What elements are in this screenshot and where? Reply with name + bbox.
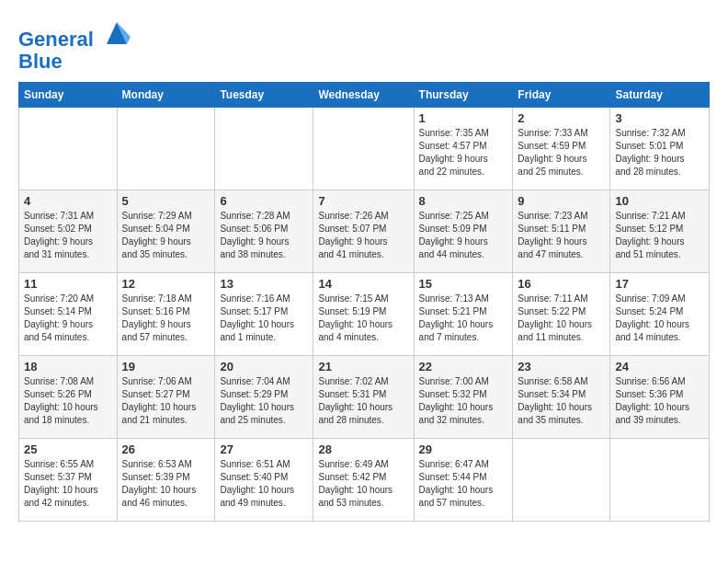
day-info: Sunrise: 6:49 AM Sunset: 5:42 PM Dayligh… [318, 458, 408, 510]
day-info: Sunrise: 6:53 AM Sunset: 5:39 PM Dayligh… [122, 458, 210, 510]
weekday-header-sunday: Sunday [19, 83, 118, 108]
calendar-week-5: 25Sunrise: 6:55 AM Sunset: 5:37 PM Dayli… [19, 439, 710, 522]
calendar-cell: 5Sunrise: 7:29 AM Sunset: 5:04 PM Daylig… [117, 190, 215, 273]
day-info: Sunrise: 7:04 AM Sunset: 5:29 PM Dayligh… [220, 375, 308, 427]
calendar-cell: 20Sunrise: 7:04 AM Sunset: 5:29 PM Dayli… [215, 356, 313, 439]
day-number: 16 [518, 277, 605, 291]
day-info: Sunrise: 7:08 AM Sunset: 5:26 PM Dayligh… [24, 375, 112, 427]
weekday-header-thursday: Thursday [414, 83, 513, 108]
day-info: Sunrise: 7:16 AM Sunset: 5:17 PM Dayligh… [220, 293, 308, 344]
day-number: 20 [220, 360, 308, 373]
day-number: 18 [24, 360, 112, 373]
day-info: Sunrise: 6:55 AM Sunset: 5:37 PM Dayligh… [24, 458, 112, 510]
day-number: 7 [318, 194, 408, 208]
calendar-cell: 28Sunrise: 6:49 AM Sunset: 5:42 PM Dayli… [313, 439, 414, 522]
day-number: 29 [419, 442, 508, 456]
logo: General Blue [18, 18, 131, 73]
day-info: Sunrise: 7:35 AM Sunset: 4:57 PM Dayligh… [419, 127, 508, 178]
calendar-cell [513, 439, 610, 522]
day-number: 14 [318, 277, 408, 291]
day-info: Sunrise: 7:33 AM Sunset: 4:59 PM Dayligh… [518, 127, 605, 178]
day-info: Sunrise: 7:06 AM Sunset: 5:27 PM Dayligh… [122, 375, 210, 427]
day-number: 2 [518, 111, 605, 125]
calendar-cell: 14Sunrise: 7:15 AM Sunset: 5:19 PM Dayli… [313, 273, 414, 356]
day-number: 10 [615, 194, 704, 208]
day-number: 19 [122, 360, 210, 373]
calendar-cell: 24Sunrise: 6:56 AM Sunset: 5:36 PM Dayli… [610, 356, 710, 439]
day-number: 23 [518, 360, 605, 373]
weekday-header-tuesday: Tuesday [215, 83, 313, 108]
calendar-cell [117, 108, 215, 190]
day-info: Sunrise: 6:47 AM Sunset: 5:44 PM Dayligh… [419, 458, 508, 510]
page-header: General Blue [18, 18, 710, 73]
day-number: 21 [318, 360, 408, 373]
day-info: Sunrise: 6:56 AM Sunset: 5:36 PM Dayligh… [615, 375, 704, 427]
calendar-cell: 7Sunrise: 7:26 AM Sunset: 5:07 PM Daylig… [313, 190, 414, 273]
logo-blue: Blue [18, 51, 131, 73]
calendar-cell: 26Sunrise: 6:53 AM Sunset: 5:39 PM Dayli… [117, 439, 215, 522]
day-info: Sunrise: 7:23 AM Sunset: 5:11 PM Dayligh… [518, 210, 605, 261]
day-number: 6 [220, 194, 308, 208]
day-info: Sunrise: 7:29 AM Sunset: 5:04 PM Dayligh… [122, 210, 210, 261]
weekday-header-friday: Friday [513, 83, 610, 108]
calendar-week-3: 11Sunrise: 7:20 AM Sunset: 5:14 PM Dayli… [19, 273, 710, 356]
weekday-header-row: SundayMondayTuesdayWednesdayThursdayFrid… [19, 83, 710, 108]
day-info: Sunrise: 7:11 AM Sunset: 5:22 PM Dayligh… [518, 293, 605, 344]
day-number: 12 [122, 277, 210, 291]
calendar-cell: 17Sunrise: 7:09 AM Sunset: 5:24 PM Dayli… [610, 273, 710, 356]
day-number: 28 [318, 442, 408, 456]
calendar-cell [19, 108, 118, 190]
calendar-cell: 25Sunrise: 6:55 AM Sunset: 5:37 PM Dayli… [19, 439, 118, 522]
calendar-cell: 22Sunrise: 7:00 AM Sunset: 5:32 PM Dayli… [414, 356, 513, 439]
calendar-cell [313, 108, 414, 190]
day-info: Sunrise: 7:09 AM Sunset: 5:24 PM Dayligh… [615, 293, 704, 344]
day-number: 4 [24, 194, 112, 208]
calendar-week-1: 1Sunrise: 7:35 AM Sunset: 4:57 PM Daylig… [19, 108, 710, 190]
calendar-cell: 10Sunrise: 7:21 AM Sunset: 5:12 PM Dayli… [610, 190, 710, 273]
calendar-cell: 3Sunrise: 7:32 AM Sunset: 5:01 PM Daylig… [610, 108, 710, 190]
day-number: 26 [122, 442, 210, 456]
calendar-cell [215, 108, 313, 190]
calendar-week-4: 18Sunrise: 7:08 AM Sunset: 5:26 PM Dayli… [19, 356, 710, 439]
calendar-cell: 12Sunrise: 7:18 AM Sunset: 5:16 PM Dayli… [117, 273, 215, 356]
day-info: Sunrise: 7:32 AM Sunset: 5:01 PM Dayligh… [615, 127, 704, 178]
day-info: Sunrise: 7:13 AM Sunset: 5:21 PM Dayligh… [419, 293, 508, 344]
day-number: 22 [419, 360, 508, 373]
day-number: 27 [220, 442, 308, 456]
calendar-cell: 2Sunrise: 7:33 AM Sunset: 4:59 PM Daylig… [513, 108, 610, 190]
calendar-cell: 23Sunrise: 6:58 AM Sunset: 5:34 PM Dayli… [513, 356, 610, 439]
day-number: 11 [24, 277, 112, 291]
day-number: 5 [122, 194, 210, 208]
day-number: 13 [220, 277, 308, 291]
day-number: 9 [518, 194, 605, 208]
calendar-week-2: 4Sunrise: 7:31 AM Sunset: 5:02 PM Daylig… [19, 190, 710, 273]
day-info: Sunrise: 6:58 AM Sunset: 5:34 PM Dayligh… [518, 375, 605, 427]
calendar-cell: 4Sunrise: 7:31 AM Sunset: 5:02 PM Daylig… [19, 190, 118, 273]
day-number: 8 [419, 194, 508, 208]
day-info: Sunrise: 7:26 AM Sunset: 5:07 PM Dayligh… [318, 210, 408, 261]
logo-icon [103, 18, 131, 46]
calendar-cell: 27Sunrise: 6:51 AM Sunset: 5:40 PM Dayli… [215, 439, 313, 522]
day-number: 15 [419, 277, 508, 291]
day-info: Sunrise: 7:18 AM Sunset: 5:16 PM Dayligh… [122, 293, 210, 344]
logo-general: General [18, 28, 94, 51]
day-info: Sunrise: 7:28 AM Sunset: 5:06 PM Dayligh… [220, 210, 308, 261]
calendar-cell: 15Sunrise: 7:13 AM Sunset: 5:21 PM Dayli… [414, 273, 513, 356]
day-number: 1 [419, 111, 508, 125]
calendar-cell: 16Sunrise: 7:11 AM Sunset: 5:22 PM Dayli… [513, 273, 610, 356]
weekday-header-saturday: Saturday [610, 83, 710, 108]
calendar-cell: 9Sunrise: 7:23 AM Sunset: 5:11 PM Daylig… [513, 190, 610, 273]
day-info: Sunrise: 7:20 AM Sunset: 5:14 PM Dayligh… [24, 293, 112, 344]
logo-text: General [18, 18, 131, 51]
day-info: Sunrise: 7:02 AM Sunset: 5:31 PM Dayligh… [318, 375, 408, 427]
day-info: Sunrise: 7:25 AM Sunset: 5:09 PM Dayligh… [419, 210, 508, 261]
day-info: Sunrise: 7:21 AM Sunset: 5:12 PM Dayligh… [615, 210, 704, 261]
day-number: 25 [24, 442, 112, 456]
day-number: 17 [615, 277, 704, 291]
calendar-cell: 6Sunrise: 7:28 AM Sunset: 5:06 PM Daylig… [215, 190, 313, 273]
calendar-cell: 19Sunrise: 7:06 AM Sunset: 5:27 PM Dayli… [117, 356, 215, 439]
calendar-cell: 8Sunrise: 7:25 AM Sunset: 5:09 PM Daylig… [414, 190, 513, 273]
day-number: 3 [615, 111, 704, 125]
calendar-cell: 29Sunrise: 6:47 AM Sunset: 5:44 PM Dayli… [414, 439, 513, 522]
calendar-cell [610, 439, 710, 522]
